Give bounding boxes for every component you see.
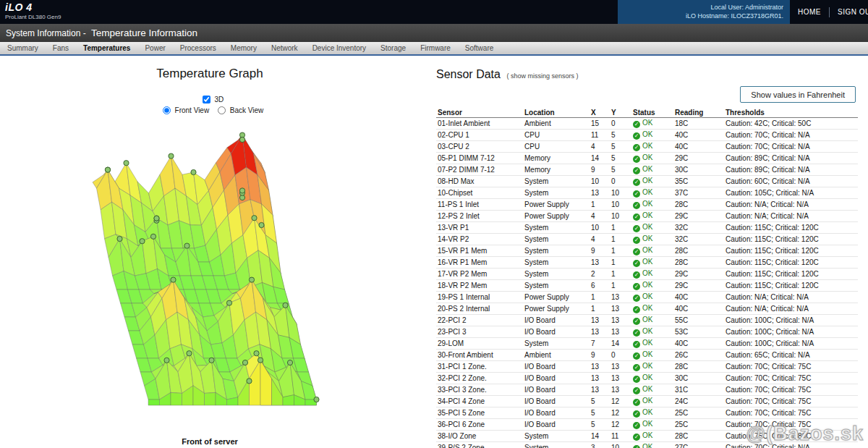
tab-processors[interactable]: Processors xyxy=(173,42,224,54)
thresholds-cell: Caution: 70C; Critical: N/A xyxy=(724,141,858,153)
back-view-radio[interactable] xyxy=(218,106,226,114)
sensor-row-31-pci-1-zone: 31-PCI 1 Zone.I/O Board1313✓OK28CCaution… xyxy=(436,361,858,373)
sensor-name-cell: 19-PS 1 Internal xyxy=(436,292,523,303)
y-cell: 13 xyxy=(610,373,631,384)
thresholds-cell: Caution: 115C; Critical: 120C xyxy=(724,257,858,269)
graph-controls: 3D Front View Back View xyxy=(94,94,326,116)
y-cell: 13 xyxy=(610,292,631,303)
sensor-row-16-vr-p1-mem: 16-VR P1 MemSystem131✓OK28CCaution: 115C… xyxy=(436,257,858,269)
tab-firmware[interactable]: Firmware xyxy=(413,42,458,54)
sensor-row-35-pci-5-zone: 35-PCI 5 ZoneI/O Board512✓OK25CCaution: … xyxy=(436,407,858,419)
fahrenheit-button[interactable]: Show values in Fahrenheit xyxy=(740,86,856,103)
x-cell: 4 xyxy=(590,211,610,222)
status-cell: ✓OK xyxy=(631,373,673,384)
tab-software[interactable]: Software xyxy=(458,42,501,54)
location-cell: I/O Board xyxy=(523,373,590,384)
x-cell: 1 xyxy=(590,199,610,211)
y-cell: 13 xyxy=(610,361,631,373)
status-text: OK xyxy=(642,258,652,266)
status-cell: ✓OK xyxy=(631,280,673,292)
status-ok-check-icon: ✓ xyxy=(633,341,640,348)
location-cell: I/O Board xyxy=(523,326,590,338)
front-view-label: Front View xyxy=(175,106,210,114)
tab-summary[interactable]: Summary xyxy=(0,42,46,54)
reading-cell: 28C xyxy=(673,199,724,211)
x-cell: 10 xyxy=(590,222,610,234)
status-text: OK xyxy=(642,269,652,277)
thresholds-cell: Caution: N/A; Critical: N/A xyxy=(724,211,858,222)
show-missing-sensors-link[interactable]: ( show missing sensors ) xyxy=(506,72,578,80)
reading-cell: 29C xyxy=(673,153,724,164)
y-cell: 1 xyxy=(610,245,631,257)
y-cell: 10 xyxy=(610,187,631,199)
hostname-line: iLO Hostname: ILOCZ3718GR01. xyxy=(624,12,783,20)
location-cell: I/O Board xyxy=(523,396,590,407)
reading-cell: 24C xyxy=(673,396,724,407)
sensor-name-cell: 17-VR P2 Mem xyxy=(436,269,523,280)
x-cell: 13 xyxy=(590,315,610,326)
thresholds-cell: Caution: 100C; Critical: N/A xyxy=(724,315,858,326)
3d-checkbox[interactable] xyxy=(203,96,210,103)
y-cell: 1 xyxy=(610,257,631,269)
status-text: OK xyxy=(642,142,652,150)
thresholds-cell: Caution: 70C; Critical: 75C xyxy=(724,407,858,419)
status-cell: ✓OK xyxy=(631,407,673,419)
local-user-label: Local User: xyxy=(710,4,744,11)
reading-cell: 28C xyxy=(673,361,724,373)
sign-out-link[interactable]: SIGN OUT xyxy=(830,8,868,16)
tab-device-inventory[interactable]: Device Inventory xyxy=(305,42,373,54)
reading-cell: 29C xyxy=(673,269,724,280)
tab-fans[interactable]: Fans xyxy=(46,42,76,54)
status-text: OK xyxy=(642,211,652,219)
location-cell: System xyxy=(523,257,590,269)
page-title: Temperature Information xyxy=(91,28,197,38)
tab-network[interactable]: Network xyxy=(264,42,305,54)
reading-cell: 32C xyxy=(673,234,724,245)
thresholds-cell: Caution: 70C; Critical: 75C xyxy=(724,396,858,407)
status-ok-check-icon: ✓ xyxy=(633,132,640,140)
status-ok-check-icon: ✓ xyxy=(633,156,640,163)
tab-storage[interactable]: Storage xyxy=(373,42,413,54)
sensor-row-29-lom: 29-LOMSystem714✓OK40CCaution: 100C; Crit… xyxy=(436,338,858,350)
sensor-name-cell: 34-PCI 4 Zone xyxy=(436,396,523,407)
thresholds-cell: Caution: 70C; Critical: 75C xyxy=(724,384,858,396)
sensor-row-07-p2-dimm-7-12: 07-P2 DIMM 7-12Memory95✓OK30CCaution: 89… xyxy=(436,164,858,176)
breadcrumb: System Information - Temperature Informa… xyxy=(0,24,868,42)
x-cell: 4 xyxy=(590,141,610,153)
reading-cell: 40C xyxy=(673,130,724,141)
status-text: OK xyxy=(642,119,652,127)
sensor-name-cell: 29-LOM xyxy=(436,338,523,350)
front-view-radio[interactable] xyxy=(163,106,171,114)
x-cell: 1 xyxy=(590,303,610,315)
sensor-name-cell: 07-P2 DIMM 7-12 xyxy=(436,164,523,176)
status-cell: ✓OK xyxy=(631,130,673,141)
status-cell: ✓OK xyxy=(631,350,673,361)
status-cell: ✓OK xyxy=(631,396,673,407)
status-ok-check-icon: ✓ xyxy=(633,399,640,406)
y-cell: 1 xyxy=(610,280,631,292)
status-cell: ✓OK xyxy=(631,153,673,164)
column-header-sensor: Sensor xyxy=(436,108,523,118)
status-text: OK xyxy=(642,420,652,428)
reading-cell: 40C xyxy=(673,292,724,303)
reading-cell: 32C xyxy=(673,222,724,234)
location-cell: System xyxy=(523,442,590,448)
x-cell: 5 xyxy=(590,419,610,431)
tab-temperatures[interactable]: Temperatures xyxy=(76,42,137,54)
status-text: OK xyxy=(642,246,652,254)
status-text: OK xyxy=(642,397,652,405)
sensor-row-33-pci-3-zone: 33-PCI 3 Zone.I/O Board1313✓OK31CCaution… xyxy=(436,384,858,396)
status-cell: ✓OK xyxy=(631,419,673,431)
home-link[interactable]: HOME xyxy=(790,8,829,16)
thresholds-cell: Caution: 105C; Critical: N/A xyxy=(724,187,858,199)
tab-memory[interactable]: Memory xyxy=(224,42,264,54)
location-cell: System xyxy=(523,176,590,187)
hostname-label: iLO Hostname: xyxy=(686,12,729,20)
thresholds-cell: Caution: 60C; Critical: N/A xyxy=(724,176,858,187)
location-cell: I/O Board xyxy=(523,315,590,326)
tab-power[interactable]: Power xyxy=(137,42,172,54)
sensor-data-title: Sensor Data xyxy=(436,68,501,80)
status-text: OK xyxy=(642,165,652,173)
thresholds-cell: Caution: N/A; Critical: N/A xyxy=(724,303,858,315)
status-text: OK xyxy=(642,431,652,439)
